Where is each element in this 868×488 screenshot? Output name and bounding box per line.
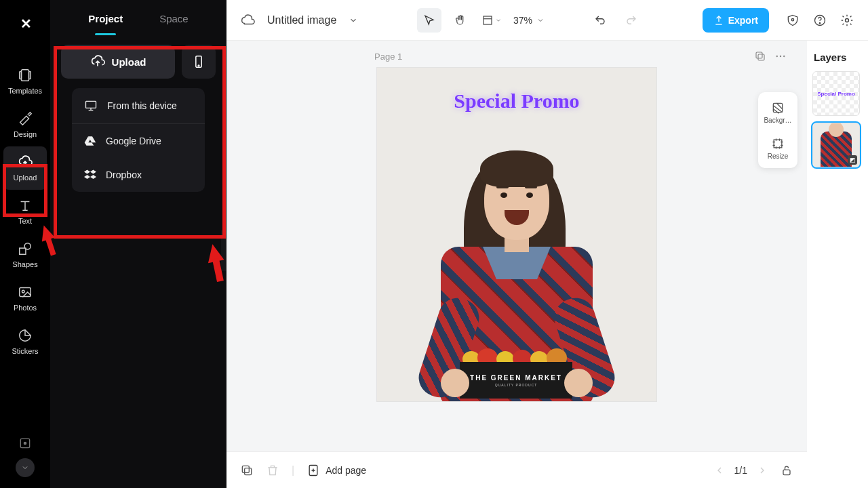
float-label: Resize [768, 152, 789, 160]
crop-tool[interactable] [479, 8, 504, 33]
hand-tool[interactable] [448, 8, 473, 33]
rail-shapes[interactable]: Shapes [3, 233, 47, 277]
layers-title: Layers [812, 49, 863, 64]
app-logo[interactable]: ✕ [12, 11, 38, 37]
rail-label: Photos [14, 304, 37, 312]
upload-label: Upload [112, 56, 146, 68]
add-page-label: Add page [326, 465, 366, 476]
page-indicator: 1/1 [734, 465, 747, 476]
svg-rect-3 [20, 248, 26, 254]
page-label: Page 1 [374, 52, 402, 62]
menu-label: From this device [107, 100, 177, 111]
upload-phone-button[interactable] [182, 45, 216, 79]
frame-icon[interactable] [18, 436, 32, 450]
upload-source-menu: From this device Google Drive Dropbox [72, 88, 205, 192]
svg-point-15 [819, 22, 820, 23]
thumb-badge-icon: ◩ [848, 155, 857, 165]
redo-button[interactable] [619, 8, 644, 33]
canvas[interactable]: Special Promo [377, 68, 656, 401]
page-more-icon[interactable] [774, 50, 787, 62]
svg-point-20 [780, 56, 781, 57]
resize-icon [770, 136, 785, 151]
svg-rect-23 [774, 140, 782, 148]
rail-photos[interactable]: Photos [3, 277, 47, 320]
svg-rect-27 [783, 470, 790, 475]
rail-label: Design [14, 130, 37, 138]
templates-icon [16, 66, 34, 84]
undo-button[interactable] [588, 8, 612, 33]
cloud-upload-icon [90, 54, 105, 69]
svg-rect-17 [758, 54, 764, 60]
svg-point-13 [791, 18, 793, 20]
duplicate-page-icon[interactable] [754, 50, 766, 62]
rail-label: Stickers [12, 347, 38, 355]
svg-rect-1 [20, 72, 22, 79]
svg-point-19 [776, 56, 778, 57]
layer-thumb-text[interactable]: Special Promo [812, 71, 860, 116]
resize-tool[interactable]: Resize [768, 134, 789, 163]
svg-point-16 [846, 18, 849, 22]
help-icon[interactable] [811, 12, 829, 29]
document-title[interactable]: Untitled image [267, 14, 336, 26]
shield-icon[interactable] [784, 12, 802, 29]
crate-sublabel: QUALITY PRODUCT [495, 383, 537, 387]
rail-stickers[interactable]: Stickers [3, 320, 47, 363]
bottombar: | Add page 1/1 [226, 451, 807, 488]
svg-point-10 [198, 65, 199, 66]
duplicate-icon[interactable] [240, 464, 254, 477]
thumb-label: Special Promo [817, 91, 855, 97]
lock-icon[interactable] [780, 464, 793, 477]
editor: Untitled image 37% Export [226, 0, 868, 488]
layer-thumb-image[interactable]: ◩ [812, 123, 860, 167]
rail-design[interactable]: Design [3, 103, 47, 146]
stickers-icon [16, 327, 34, 344]
select-tool[interactable] [417, 8, 441, 33]
photos-icon [16, 283, 34, 301]
svg-rect-12 [484, 16, 492, 24]
collapse-rail[interactable] [16, 458, 35, 477]
add-page-icon [307, 464, 320, 477]
dropbox-icon [84, 169, 96, 181]
menu-dropbox[interactable]: Dropbox [72, 158, 205, 192]
rail-templates[interactable]: Templates [3, 60, 47, 103]
title-dropdown[interactable] [349, 16, 358, 25]
topbar: Untitled image 37% Export [226, 0, 868, 41]
menu-google-drive[interactable]: Google Drive [72, 124, 205, 158]
rail-label: Templates [8, 87, 42, 95]
canvas-photo[interactable]: THE GREEN MARKET QUALITY PRODUCT [401, 130, 632, 401]
canvas-promo-text[interactable]: Special Promo [377, 89, 656, 113]
prev-page [714, 465, 725, 476]
svg-rect-25 [242, 466, 249, 472]
svg-point-21 [783, 56, 785, 57]
cloud-status-icon[interactable] [239, 12, 256, 29]
svg-point-8 [24, 442, 26, 444]
rail-label: Upload [14, 174, 37, 182]
export-icon [713, 15, 724, 26]
svg-rect-24 [245, 468, 252, 474]
zoom-level[interactable]: 37% [511, 15, 547, 26]
float-label: Backgr… [764, 117, 791, 124]
add-page-button[interactable]: Add page [307, 464, 366, 477]
canvas-float-tools: Backgr… Resize [758, 92, 797, 168]
svg-point-4 [24, 243, 31, 249]
next-page [757, 465, 768, 476]
menu-label: Dropbox [106, 169, 142, 180]
export-button[interactable]: Export [703, 8, 769, 33]
svg-rect-0 [22, 70, 29, 81]
crate-label: THE GREEN MARKET [470, 374, 562, 382]
tab-project[interactable]: Project [88, 13, 123, 24]
svg-rect-11 [86, 101, 96, 108]
design-icon [16, 110, 34, 127]
rail-upload[interactable]: Upload [3, 146, 47, 190]
tab-space[interactable]: Space [159, 13, 189, 24]
background-icon [770, 100, 785, 115]
settings-icon[interactable] [838, 12, 856, 29]
menu-from-device[interactable]: From this device [72, 88, 205, 123]
left-rail: ✕ Templates Design Upload Text Shapes Ph… [0, 0, 50, 488]
phone-icon [192, 53, 205, 70]
upload-button[interactable]: Upload [61, 45, 175, 79]
menu-label: Google Drive [106, 136, 161, 146]
delete-icon [266, 464, 279, 477]
background-tool[interactable]: Backgr… [764, 98, 791, 127]
text-icon [16, 197, 34, 214]
